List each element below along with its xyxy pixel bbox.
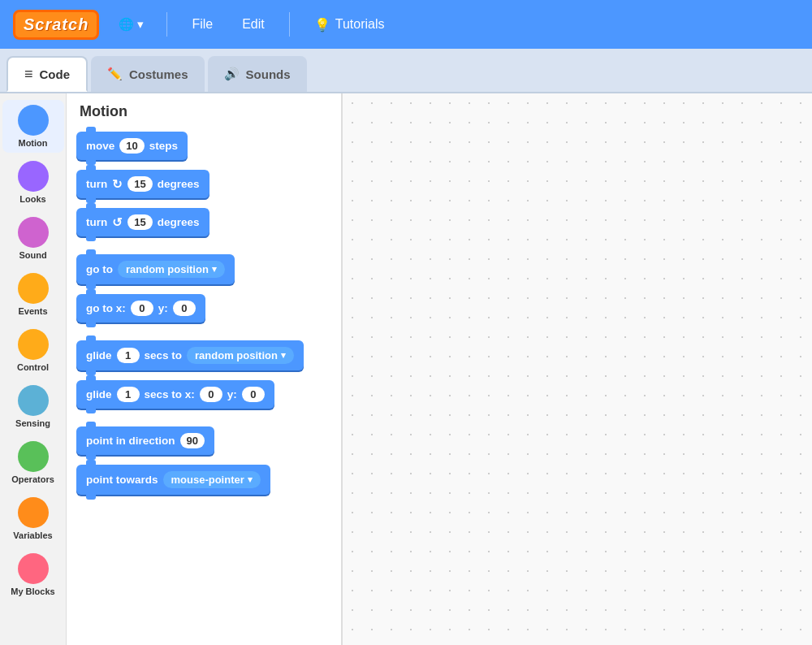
myblocks-circle	[18, 553, 49, 584]
point-towards-text: point towards	[86, 474, 158, 486]
sidebar-item-sound[interactable]: Sound	[2, 212, 64, 265]
tab-code[interactable]: ≡ Code	[6, 56, 88, 92]
file-menu[interactable]: File	[184, 12, 221, 37]
nav-separator-2	[289, 12, 290, 37]
sidebar-item-myblocks[interactable]: My Blocks	[2, 548, 64, 601]
block-goto[interactable]: go to random position	[76, 254, 235, 284]
operators-circle	[18, 441, 49, 472]
tab-sounds[interactable]: 🔊 Sounds	[208, 56, 307, 92]
goto-text: go to	[86, 263, 113, 275]
motion-label: Motion	[18, 138, 47, 148]
edit-menu[interactable]: Edit	[234, 12, 273, 37]
block-group-move: move 10 steps	[76, 132, 331, 165]
workspace[interactable]	[343, 93, 812, 645]
block-group-glide-rand: glide 1 secs to random position	[76, 340, 331, 375]
tutorials-label: Tutorials	[335, 17, 385, 32]
goto-x-input[interactable]: 0	[131, 301, 153, 316]
turn-cw-text: turn	[86, 178, 107, 190]
tab-costumes[interactable]: ✏️ Costumes	[91, 56, 205, 92]
goto-xy-text: go to x:	[86, 302, 126, 314]
glide-rand-secs-text: secs to	[145, 349, 183, 361]
code-tab-icon: ≡	[24, 66, 33, 83]
spacer-2	[76, 332, 331, 340]
turn-ccw-degrees-input[interactable]: 15	[127, 214, 152, 230]
sidebar-item-motion[interactable]: Motion	[2, 100, 64, 153]
turn-cw-degrees-input[interactable]: 15	[127, 176, 152, 192]
scratch-logo[interactable]: Scratch	[13, 10, 99, 40]
sidebar-item-operators[interactable]: Operators	[2, 436, 64, 489]
control-circle	[18, 329, 49, 360]
block-point-dir[interactable]: point in direction 90	[76, 426, 214, 455]
glide-xy-secs-text: secs to x:	[145, 388, 195, 400]
glide-xy-y-text: y:	[227, 388, 237, 400]
block-panel: Motion move 10 steps turn ↻ 15 degrees t…	[67, 93, 343, 645]
sidebar: Motion Looks Sound Events Control Sensin…	[0, 93, 67, 645]
block-goto-xy[interactable]: go to x: 0 y: 0	[76, 294, 205, 322]
goto-y-text: y:	[158, 302, 168, 314]
block-group-turn-ccw: turn ↺ 15 degrees	[76, 208, 331, 241]
sensing-circle	[18, 385, 49, 416]
variables-label: Variables	[13, 530, 52, 540]
block-group-point-dir: point in direction 90	[76, 426, 331, 460]
block-group-point-towards: point towards mouse-pointer	[76, 465, 331, 500]
block-glide-xy[interactable]: glide 1 secs to x: 0 y: 0	[76, 380, 274, 409]
sounds-tab-label: Sounds	[246, 67, 291, 81]
panel-title: Motion	[76, 103, 331, 120]
glide-xy-text: glide	[86, 388, 112, 400]
sounds-tab-icon: 🔊	[224, 67, 240, 81]
spacer-3	[76, 418, 331, 426]
turn-cw-degrees-text: degrees	[158, 178, 200, 190]
turn-cw-icon: ↻	[112, 177, 123, 192]
sidebar-item-control[interactable]: Control	[2, 324, 64, 377]
point-dir-text: point in direction	[86, 435, 175, 447]
sensing-label: Sensing	[15, 418, 50, 428]
events-label: Events	[18, 306, 47, 316]
globe-button[interactable]: 🌐 ▾	[112, 14, 150, 35]
turn-ccw-text: turn	[86, 216, 107, 228]
tutorials-button[interactable]: 💡 Tutorials	[306, 12, 393, 37]
globe-icon: 🌐	[119, 17, 134, 32]
glide-xy-y-input[interactable]: 0	[242, 387, 265, 402]
block-glide-rand[interactable]: glide 1 secs to random position	[76, 340, 304, 370]
operators-label: Operators	[11, 474, 54, 484]
looks-circle	[18, 161, 49, 192]
sound-label: Sound	[19, 250, 46, 260]
glide-rand-text: glide	[86, 349, 112, 361]
main-layout: Motion Looks Sound Events Control Sensin…	[0, 93, 812, 645]
sidebar-item-sensing[interactable]: Sensing	[2, 380, 64, 433]
block-turn-cw[interactable]: turn ↻ 15 degrees	[76, 170, 209, 198]
sound-circle	[18, 217, 49, 248]
lightbulb-icon: 💡	[314, 17, 330, 32]
block-turn-ccw[interactable]: turn ↺ 15 degrees	[76, 208, 209, 236]
nav-separator-1	[166, 12, 167, 37]
looks-label: Looks	[19, 194, 45, 204]
events-circle	[18, 273, 49, 304]
goto-dropdown[interactable]: random position	[118, 261, 225, 278]
spacer-1	[76, 246, 331, 254]
sidebar-item-looks[interactable]: Looks	[2, 156, 64, 209]
control-label: Control	[17, 362, 49, 372]
point-towards-dropdown[interactable]: mouse-pointer	[163, 471, 261, 488]
goto-y-input[interactable]: 0	[173, 301, 196, 316]
move-steps-input[interactable]: 10	[119, 138, 144, 154]
glide-xy-x-input[interactable]: 0	[200, 387, 222, 402]
block-move[interactable]: move 10 steps	[76, 132, 188, 160]
glide-rand-secs-input[interactable]: 1	[117, 348, 140, 363]
costumes-tab-label: Costumes	[129, 67, 188, 81]
motion-circle	[18, 105, 49, 136]
glide-rand-dropdown[interactable]: random position	[187, 347, 294, 364]
block-group-goto-xy: go to x: 0 y: 0	[76, 294, 331, 327]
point-dir-input[interactable]: 90	[180, 433, 205, 448]
sidebar-item-events[interactable]: Events	[2, 268, 64, 321]
glide-xy-secs-input[interactable]: 1	[117, 387, 140, 402]
variables-circle	[18, 497, 49, 528]
tab-bar: ≡ Code ✏️ Costumes 🔊 Sounds	[0, 49, 812, 93]
move-steps-text: steps	[149, 140, 178, 152]
costumes-tab-icon: ✏️	[107, 67, 123, 81]
myblocks-label: My Blocks	[11, 587, 54, 596]
code-tab-label: Code	[40, 67, 71, 81]
turn-ccw-degrees-text: degrees	[158, 216, 200, 228]
move-text: move	[86, 140, 114, 152]
sidebar-item-variables[interactable]: Variables	[2, 492, 64, 545]
block-point-towards[interactable]: point towards mouse-pointer	[76, 465, 270, 495]
